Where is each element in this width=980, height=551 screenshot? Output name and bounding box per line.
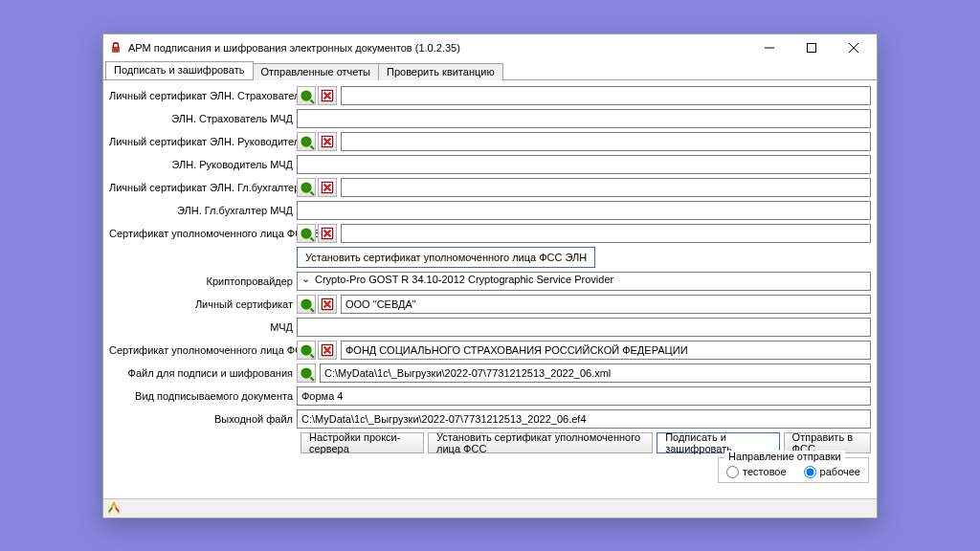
radio-test-input[interactable]: [726, 466, 739, 478]
browse-icon[interactable]: [297, 364, 316, 383]
browse-icon[interactable]: [297, 178, 316, 197]
browse-icon[interactable]: [297, 295, 316, 314]
input-cert-eln-head[interactable]: [341, 132, 871, 151]
label-eln-acc-mchd: ЭЛН. Гл.бухгалтер МЧД: [109, 205, 297, 216]
label-eln-head-mchd: ЭЛН. Руководитель МЧД: [109, 159, 297, 170]
title-bar: АРМ подписания и шифрования электронных …: [103, 34, 877, 61]
input-eln-head-mchd[interactable]: [297, 155, 871, 174]
radio-work-input[interactable]: [804, 466, 816, 478]
window-controls: [748, 34, 875, 61]
radio-work-label: рабочее: [820, 466, 860, 477]
lock-icon: [109, 41, 122, 55]
label-cert-auth-fss: Сертификат уполномоченного лица ФСС: [109, 344, 297, 356]
select-cryptoprovider[interactable]: Crypto-Pro GOST R 34.10-2012 Cryptograph…: [297, 272, 871, 291]
clear-icon[interactable]: [318, 295, 337, 314]
radio-work[interactable]: рабочее: [804, 466, 860, 478]
label-file-to-sign: Файл для подписи и шифрования: [109, 367, 297, 379]
radio-test-label: тестовое: [743, 466, 787, 477]
radio-test[interactable]: тестовое: [726, 466, 787, 478]
browse-icon[interactable]: [297, 341, 316, 360]
minimize-button[interactable]: [748, 34, 791, 61]
close-button[interactable]: [833, 34, 875, 61]
tab-strip: Подписать и зашифровать Отправленные отч…: [103, 61, 877, 80]
label-eln-insurer-mchd: ЭЛН. Страхователь МЧД: [109, 113, 297, 124]
svg-point-11: [301, 228, 311, 238]
label-cert-auth-fss-eln: Сертификат уполномоченного лица ФСС ЭЛН: [109, 228, 297, 239]
tab-sent-reports[interactable]: Отправленные отчеты: [253, 63, 380, 80]
svg-point-5: [301, 90, 311, 100]
input-doc-type[interactable]: Форма 4: [297, 386, 871, 406]
svg-point-17: [301, 367, 311, 378]
label-doc-type: Вид подписываемого документа: [109, 390, 297, 402]
label-personal-cert: Личный сертификат: [109, 298, 297, 310]
status-icon: [107, 501, 121, 515]
browse-icon[interactable]: [297, 224, 316, 243]
svg-point-15: [301, 344, 311, 355]
clear-icon[interactable]: [318, 224, 337, 243]
input-cert-auth-fss-eln[interactable]: [341, 224, 871, 243]
tab-content: Личный сертификат ЭЛН. Страхователь ЭЛН.…: [103, 80, 877, 498]
clear-icon[interactable]: [318, 341, 337, 360]
input-cert-auth-fss[interactable]: ФОНД СОЦИАЛЬНОГО СТРАХОВАНИЯ РОССИЙСКОЙ …: [341, 341, 871, 360]
clear-icon[interactable]: [318, 132, 337, 151]
input-out-file[interactable]: C:\MyData\1c\_Выгрузки\2022-07\773121251…: [297, 409, 871, 429]
input-cert-eln-acc[interactable]: [341, 178, 871, 197]
tab-sign-encrypt[interactable]: Подписать и зашифровать: [105, 61, 254, 79]
input-eln-insurer-mchd[interactable]: [297, 109, 871, 128]
label-cert-eln-insurer: Личный сертификат ЭЛН. Страхователь: [109, 90, 297, 101]
svg-rect-2: [808, 43, 816, 52]
input-mchd[interactable]: [297, 318, 871, 337]
svg-point-9: [301, 182, 311, 192]
svg-rect-0: [113, 47, 120, 52]
label-out-file: Выходной файл: [109, 413, 297, 425]
input-cert-eln-insurer[interactable]: [341, 86, 871, 105]
send-direction-group: Направление отправки тестовое рабочее: [718, 457, 869, 483]
install-cert-fss-button[interactable]: Установить сертификат уполномоченного ли…: [428, 432, 653, 453]
label-cryptoprovider: Криптопровайдер: [109, 276, 297, 287]
install-cert-fss-eln-button[interactable]: Установить сертификат уполномоченного ли…: [297, 247, 595, 268]
status-bar: [103, 498, 877, 518]
input-eln-acc-mchd[interactable]: [297, 201, 871, 220]
svg-point-7: [301, 136, 311, 146]
proxy-settings-button[interactable]: Настройки прокси-сервера: [301, 432, 424, 453]
clear-icon[interactable]: [318, 178, 337, 197]
label-cert-eln-acc: Личный сертификат ЭЛН. Гл.бухгалтер: [109, 182, 297, 193]
maximize-button[interactable]: [791, 34, 833, 61]
svg-point-13: [301, 298, 311, 309]
browse-icon[interactable]: [297, 132, 316, 151]
label-mchd: МЧД: [109, 321, 297, 333]
window-title: АРМ подписания и шифрования электронных …: [128, 42, 748, 54]
input-file-to-sign[interactable]: C:\MyData\1c\_Выгрузки\2022-07\773121251…: [320, 364, 871, 383]
tab-check-receipt[interactable]: Проверить квитанцию: [378, 63, 503, 80]
app-window: АРМ подписания и шифрования электронных …: [102, 33, 878, 518]
label-cert-eln-head: Личный сертификат ЭЛН. Руководитель: [109, 136, 297, 147]
send-direction-legend: Направление отправки: [724, 451, 845, 462]
input-personal-cert[interactable]: ООО "СЕВДА": [341, 295, 871, 314]
browse-icon[interactable]: [297, 86, 316, 105]
clear-icon[interactable]: [318, 86, 337, 105]
